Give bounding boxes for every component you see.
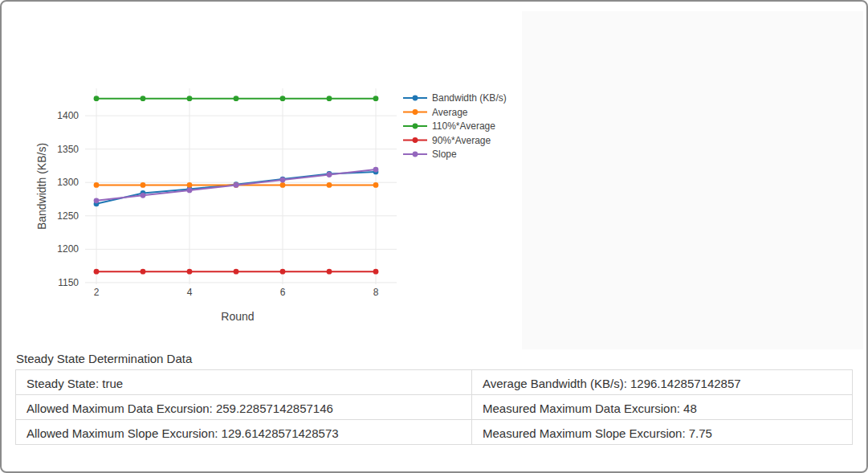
legend-label: 110%*Average: [432, 120, 495, 132]
data-point[interactable]: [234, 269, 239, 275]
bandwidth-chart-canvas[interactable]: 1150120012501300135014002468RoundBandwid…: [3, 11, 522, 349]
data-point[interactable]: [373, 269, 379, 275]
legend: Bandwidth (KB/s)Average110%*Average90%*A…: [403, 92, 507, 160]
data-point[interactable]: [94, 96, 100, 101]
data-point[interactable]: [373, 96, 379, 101]
data-point[interactable]: [280, 177, 286, 183]
legend-marker-sample: [413, 137, 418, 143]
gridlines: [85, 88, 397, 284]
series-110-average: [94, 96, 379, 101]
y-tick-label: 1300: [57, 177, 79, 188]
y-tick-label: 1350: [57, 144, 79, 155]
x-tick-label: 4: [187, 287, 193, 298]
table-cell-measured-data-excursion: Measured Maximum Data Excursion: 48: [472, 395, 853, 420]
bandwidth-chart[interactable]: 1150120012501300135014002468RoundBandwid…: [3, 11, 522, 349]
y-tick-label: 1400: [57, 110, 79, 121]
data-point[interactable]: [187, 269, 193, 275]
data-point[interactable]: [94, 182, 100, 188]
data-point[interactable]: [94, 198, 100, 203]
legend-label: Bandwidth (KB/s): [432, 92, 507, 104]
data-point[interactable]: [373, 182, 379, 188]
legend-marker-sample: [413, 96, 418, 101]
x-tick-label: 6: [280, 287, 286, 298]
table-cell-average-bandwidth: Average Bandwidth (KB/s): 1296.142857142…: [472, 370, 853, 395]
legend-item-110-average[interactable]: 110%*Average: [403, 120, 495, 132]
y-tick-label: 1200: [57, 243, 79, 255]
data-point[interactable]: [94, 269, 100, 275]
y-tick-label: 1250: [57, 210, 79, 222]
table-cell-allowed-slope-excursion: Allowed Maximum Slope Excursion: 129.614…: [16, 420, 472, 445]
legend-label: Slope: [432, 149, 457, 160]
legend-item-bandwidth-kb-s[interactable]: Bandwidth (KB/s): [403, 92, 507, 104]
table-cell-steady-state: Steady State: true: [16, 370, 472, 395]
data-point[interactable]: [187, 188, 193, 194]
x-axis-title: Round: [221, 310, 254, 323]
legend-label: 90%*Average: [432, 135, 491, 146]
data-point[interactable]: [373, 167, 379, 173]
legend-item-slope[interactable]: Slope: [403, 149, 457, 160]
chart-row: 1150120012501300135014002468RoundBandwid…: [3, 11, 863, 349]
data-point[interactable]: [234, 182, 239, 188]
data-point[interactable]: [327, 269, 332, 275]
legend-marker-sample: [413, 109, 418, 115]
section-title: Steady State Determination Data: [16, 352, 192, 365]
x-tick-label: 2: [94, 287, 100, 298]
table-row: Steady State: true Average Bandwidth (KB…: [16, 370, 853, 395]
series-line: [96, 172, 376, 204]
data-point[interactable]: [327, 182, 332, 188]
table-cell-allowed-data-excursion: Allowed Maximum Data Excursion: 259.2285…: [16, 395, 472, 420]
data-point[interactable]: [327, 96, 332, 101]
legend-marker-sample: [413, 124, 418, 129]
legend-item-90-average[interactable]: 90%*Average: [403, 135, 491, 146]
steady-state-table: Steady State: true Average Bandwidth (KB…: [15, 369, 853, 445]
data-point[interactable]: [141, 96, 146, 101]
steady-state-modal: × 1150120012501300135014002468RoundBandw…: [0, 0, 868, 473]
legend-item-average[interactable]: Average: [403, 107, 468, 118]
y-axis-title: Bandwidth (KB/s): [35, 143, 48, 230]
data-point[interactable]: [187, 96, 193, 101]
data-point[interactable]: [187, 182, 193, 188]
legend-marker-sample: [413, 152, 418, 157]
data-point[interactable]: [280, 96, 286, 101]
y-tick-label: 1150: [58, 277, 79, 288]
data-point[interactable]: [141, 182, 146, 188]
data-point[interactable]: [141, 269, 146, 275]
table-cell-measured-slope-excursion: Measured Maximum Slope Excursion: 7.75: [472, 420, 853, 445]
data-point[interactable]: [234, 96, 239, 101]
table-row: Allowed Maximum Data Excursion: 259.2285…: [16, 395, 853, 420]
data-point[interactable]: [141, 193, 146, 198]
x-tick-label: 8: [373, 287, 379, 298]
data-point[interactable]: [327, 172, 332, 177]
series-90-average: [94, 269, 379, 275]
legend-label: Average: [432, 107, 468, 118]
data-point[interactable]: [280, 182, 286, 188]
data-point[interactable]: [280, 269, 286, 275]
table-row: Allowed Maximum Slope Excursion: 129.614…: [16, 420, 853, 445]
